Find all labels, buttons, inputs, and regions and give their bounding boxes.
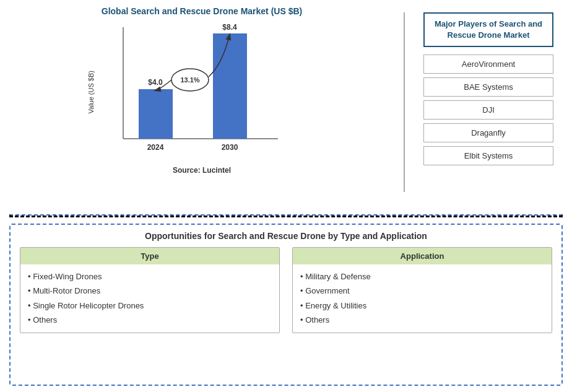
bottom-columns: Type • Fixed-Wing Drones • Multi-Rotor D… <box>20 247 552 333</box>
opportunities-title: Opportunities for Search and Rescue Dron… <box>20 231 552 241</box>
source-label: Source: Lucintel <box>173 166 231 175</box>
chart-title: Global Search and Rescue Drone Market (U… <box>102 6 302 16</box>
application-column-items: • Military & Defense • Government • Ener… <box>293 264 552 333</box>
svg-text:2024: 2024 <box>147 143 164 152</box>
major-players-title: Major Players of Search and Rescue Drone… <box>423 12 553 47</box>
application-item-4: • Others <box>300 313 544 327</box>
type-column-header: Type <box>20 248 279 264</box>
application-column: Application • Military & Defense • Gover… <box>292 247 552 333</box>
type-column: Type • Fixed-Wing Drones • Multi-Rotor D… <box>20 247 280 333</box>
svg-text:2030: 2030 <box>222 143 238 152</box>
y-axis-label: Value (US $B) <box>87 71 95 114</box>
vertical-divider <box>404 12 405 192</box>
svg-text:$4.0: $4.0 <box>148 78 163 87</box>
section-divider <box>9 214 563 217</box>
type-column-items: • Fixed-Wing Drones • Multi-Rotor Drones… <box>20 264 279 333</box>
type-item-1: • Fixed-Wing Drones <box>28 269 272 284</box>
main-container: Global Search and Rescue Drone Market (U… <box>0 0 572 392</box>
top-section: Global Search and Rescue Drone Market (U… <box>9 6 563 211</box>
bar-2024 <box>139 89 173 139</box>
bar-2030 <box>213 33 247 139</box>
player-item-1: AeroVironment <box>423 54 553 74</box>
bar-chart-svg: $4.0 2024 $8.4 2030 13.1% <box>98 27 284 163</box>
player-item-5: Elbit Systems <box>423 146 553 165</box>
svg-text:13.1%: 13.1% <box>180 76 199 84</box>
type-item-2: • Multi-Rotor Drones <box>28 284 272 298</box>
player-item-2: BAE Systems <box>423 77 553 97</box>
application-item-3: • Energy & Utilities <box>300 298 544 313</box>
right-panel: Major Players of Search and Rescue Drone… <box>414 6 563 211</box>
type-item-3: • Single Rotor Helicopter Drones <box>28 298 272 313</box>
application-column-header: Application <box>293 248 552 264</box>
bottom-section: Opportunities for Search and Rescue Dron… <box>9 224 563 386</box>
application-item-2: • Government <box>300 284 544 298</box>
player-item-3: DJI <box>423 100 553 120</box>
application-item-1: • Military & Defense <box>300 269 544 284</box>
chart-area: Global Search and Rescue Drone Market (U… <box>9 6 394 211</box>
player-item-4: Draganfly <box>423 123 553 142</box>
svg-text:$8.4: $8.4 <box>222 23 237 32</box>
type-item-4: • Others <box>28 313 272 327</box>
